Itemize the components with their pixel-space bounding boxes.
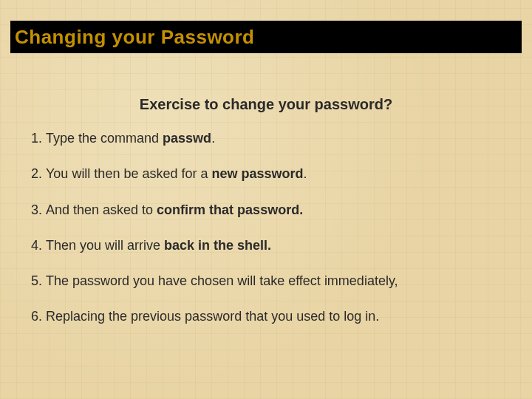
step-text-bold: passwd <box>163 131 211 146</box>
list-item: You will then be asked for a new passwor… <box>46 165 504 183</box>
step-text-pre: Replacing the previous password that you… <box>46 309 379 324</box>
list-item: Type the command passwd. <box>46 129 504 147</box>
list-item: The password you have chosen will take e… <box>46 272 504 290</box>
step-text-bold: new password <box>211 166 303 181</box>
title-bar: Changing your Password <box>10 21 522 53</box>
step-text-pre: You will then be asked for a <box>46 166 211 181</box>
step-text-pre: Type the command <box>46 131 163 146</box>
steps-list: Type the command passwd. You will then b… <box>19 129 504 344</box>
list-item: Then you will arrive back in the shell. <box>46 236 504 254</box>
list-item: And then asked to confirm that password. <box>46 201 504 219</box>
step-text-post: . <box>211 131 215 146</box>
step-text-bold: confirm that password. <box>157 202 303 217</box>
step-text-post: . <box>304 166 307 181</box>
list-item: Replacing the previous password that you… <box>46 307 504 325</box>
step-text-bold: back in the shell. <box>164 238 271 253</box>
step-text-pre: And then asked to <box>46 202 157 217</box>
step-text-pre: The password you have chosen will take e… <box>46 273 398 288</box>
step-text-pre: Then you will arrive <box>46 238 164 253</box>
slide-title: Changing your Password <box>15 26 255 49</box>
slide-subtitle: Exercise to change your password? <box>0 96 532 113</box>
